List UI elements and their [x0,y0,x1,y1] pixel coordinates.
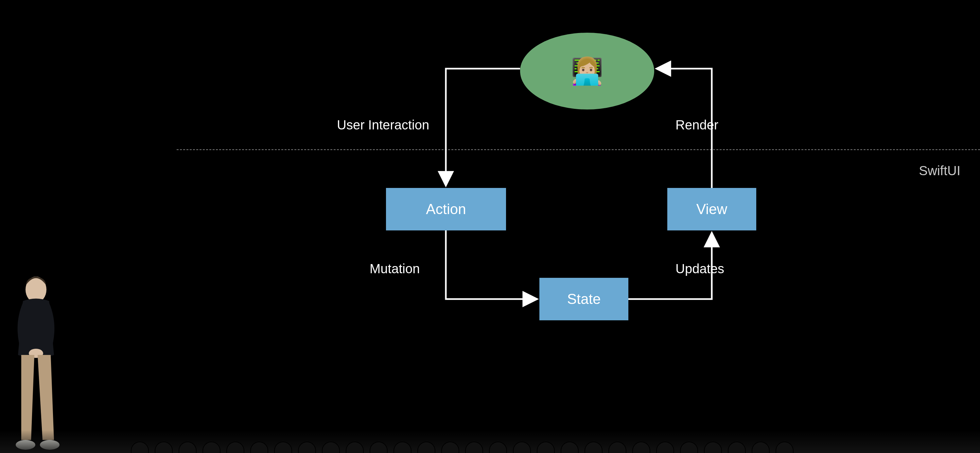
slide-dataflow-diagram: SwiftUI 👩🏼‍💻 Action State View User Inte… [0,0,980,453]
presenter-figure [3,270,69,453]
node-action-label: Action [426,201,466,217]
node-state-label: State [567,291,601,307]
edge-label-render: Render [676,118,718,132]
divider-line [177,149,980,150]
node-view: View [667,188,756,230]
node-view-label: View [697,201,727,217]
edge-label-user-interaction: User Interaction [337,118,429,132]
node-state: State [539,278,628,320]
framework-label: SwiftUI [919,163,960,178]
arrow-action-to-state [446,230,536,299]
technologist-emoji-icon: 👩🏼‍💻 [571,58,603,84]
node-action: Action [386,188,506,230]
node-user: 👩🏼‍💻 [520,33,654,109]
edge-label-updates: Updates [676,261,724,276]
audience-silhouette [0,430,980,453]
arrow-user-to-action [446,69,520,185]
edge-label-mutation: Mutation [370,261,420,276]
